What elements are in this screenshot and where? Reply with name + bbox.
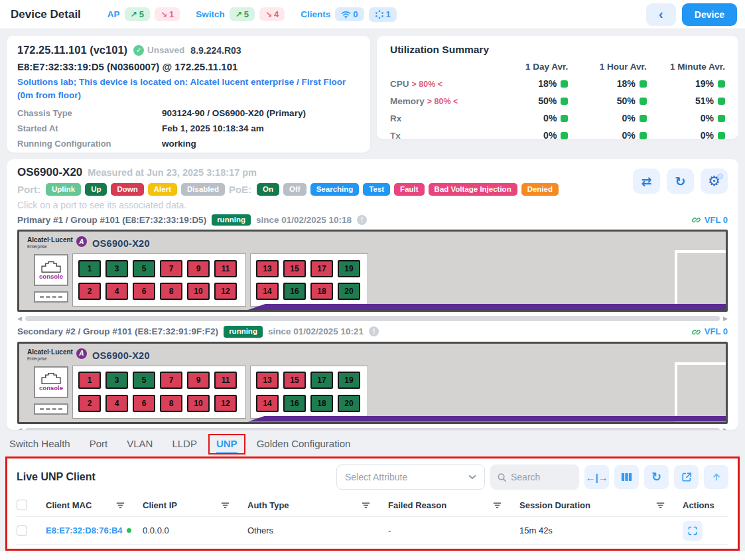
table-column-header[interactable]: Session Duration [519,500,683,510]
arrow-down-icon: ↘ [161,11,167,19]
port[interactable]: 15 [283,372,306,389]
port[interactable]: 4 [105,395,128,412]
table-column-header[interactable]: Client MAC [46,500,143,510]
port[interactable]: 14 [256,283,279,300]
filter-icon[interactable] [492,501,502,510]
port[interactable]: 7 [160,372,182,389]
port[interactable]: 6 [133,395,155,412]
settings-button[interactable]: ⚙⚙ [701,169,728,194]
port[interactable]: 8 [160,395,182,412]
expand-row-button[interactable] [683,521,703,541]
poe-state-badge: On [257,183,279,196]
select-all-checkbox[interactable] [17,500,27,510]
open-external-button[interactable] [674,465,699,489]
port[interactable]: 9 [187,260,210,277]
port[interactable]: 6 [133,283,155,300]
port[interactable]: 18 [310,283,333,300]
port[interactable]: 3 [105,372,128,389]
port[interactable]: 17 [310,372,333,389]
table-column-header[interactable]: Client IP [143,500,247,510]
client-mac-link[interactable]: E8:E7:32:D8:76:B4 [46,525,123,535]
port[interactable]: 5 [133,260,155,277]
port[interactable]: 8 [160,283,182,300]
switch-up-badge[interactable]: ↗5 [230,7,255,21]
port[interactable]: 4 [105,283,128,300]
switch-down-badge[interactable]: ↘4 [259,7,285,21]
port[interactable]: 19 [338,260,360,277]
scroll-right-icon[interactable]: ▶ [723,316,728,322]
search-box [490,464,579,490]
port[interactable]: 17 [310,260,333,277]
port[interactable]: 19 [338,372,360,389]
back-button[interactable]: ‹ [646,3,676,26]
row-checkbox[interactable] [17,525,27,536]
clients-wifi-badge[interactable]: 0 [335,7,364,21]
port[interactable]: 20 [338,395,360,412]
port[interactable]: 13 [256,372,279,389]
columns-button[interactable] [614,465,639,489]
info-icon[interactable]: ! [369,326,379,336]
tab[interactable]: LLDP [170,435,198,455]
port[interactable]: 10 [187,283,210,300]
scrollbar-track[interactable] [25,316,720,321]
port[interactable]: 18 [310,395,333,412]
ok-indicator-icon [640,132,647,139]
export-button[interactable] [704,465,728,489]
port[interactable]: 7 [160,260,182,277]
port[interactable]: 12 [214,395,237,412]
port[interactable]: 13 [256,260,279,277]
filter-icon[interactable] [361,501,371,510]
port-group-1: 1357911 24681012 [72,253,246,307]
vfl-link[interactable]: VFL 0 [692,215,728,225]
port[interactable]: 1 [78,260,101,277]
port[interactable]: 20 [338,283,360,300]
ap-down-badge[interactable]: ↘1 [155,7,180,21]
ap-up-badge[interactable]: ↗5 [125,7,150,21]
device-location-link[interactable]: Solutions lab; This device is located on… [17,76,354,102]
scroll-left-icon[interactable]: ◀ [17,427,22,430]
scroll-left-icon[interactable]: ◀ [17,316,22,322]
table-column-header[interactable]: Actions [683,500,728,510]
info-icon[interactable]: ! [357,215,367,225]
port[interactable]: 15 [283,260,306,277]
device-button[interactable]: Device [682,3,737,26]
filter-icon[interactable] [115,501,125,510]
clients-mesh-badge[interactable]: 1 [369,7,397,22]
swap-view-button[interactable]: ⇄ [633,169,660,194]
port[interactable]: 5 [133,372,155,389]
port[interactable]: 9 [187,372,210,389]
port[interactable]: 11 [214,372,237,389]
tab[interactable]: Port [88,435,109,455]
port[interactable]: 10 [187,395,210,412]
poe-state-badge: Fault [394,183,424,196]
tab[interactable]: UNP [215,435,239,455]
port[interactable]: 2 [78,395,101,412]
annotation-red-box: Live UNP Client Select Attribute ←|→ ↻ [5,456,740,551]
port[interactable]: 11 [214,260,237,277]
port[interactable]: 14 [256,395,279,412]
port[interactable]: 12 [214,283,237,300]
port[interactable]: 3 [105,260,128,277]
tab[interactable]: VLAN [125,435,154,455]
port[interactable]: 1 [78,372,101,389]
attribute-select[interactable]: Select Attribute [336,464,485,490]
vfl-link[interactable]: VFL 0 [692,326,728,336]
port[interactable]: 16 [283,283,306,300]
refresh-table-button[interactable]: ↻ [644,465,669,489]
scroll-right-icon[interactable]: ▶ [723,427,728,430]
tab[interactable]: Golden Configuration [255,435,352,455]
fit-columns-button[interactable]: ←|→ [584,465,609,489]
search-input[interactable] [511,472,571,482]
tab[interactable]: Switch Health [8,435,72,455]
table-column-header[interactable]: Failed Reason [388,500,519,510]
filter-icon[interactable] [655,501,665,510]
scrollbar-track[interactable] [25,428,720,431]
port[interactable]: 16 [283,395,306,412]
table-column-header[interactable]: Auth Type [247,500,388,510]
filter-icon[interactable] [220,501,230,510]
port[interactable]: 2 [78,283,101,300]
refresh-button[interactable]: ↻ [667,169,694,194]
port-state-badge: Down [111,183,143,196]
switch-summary: Switch ↗5 ↘4 [196,7,285,21]
primary-chassis-heading: Primary #1 / Group #101 (E8:E7:32:33:19:… [17,214,728,226]
